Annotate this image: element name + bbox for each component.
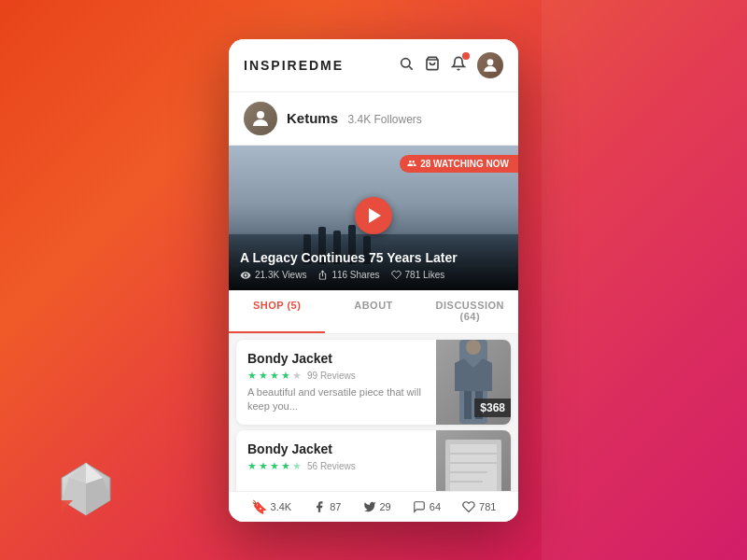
video-stats: 21.3K Views 116 Shares 781 Likes — [240, 270, 507, 281]
star-4: ★ — [281, 370, 290, 382]
likes-count: 781 Likes — [405, 270, 445, 280]
star2-2: ★ — [259, 460, 268, 472]
watching-badge: 28 WATCHING NOW — [400, 155, 518, 173]
star-5: ★ — [292, 370, 302, 382]
reviews-count-2: 56 Reviews — [307, 461, 356, 471]
play-button[interactable] — [355, 197, 392, 234]
follower-count: 3.4K Followers — [347, 113, 421, 126]
username: Ketums — [287, 110, 338, 126]
bottom-likes-count: 781 — [479, 501, 496, 512]
user-bar: Ketums 3.4K Followers — [229, 92, 518, 146]
product-card-2[interactable]: Bondy Jacket ★ ★ ★ ★ ★ 56 Reviews — [236, 430, 511, 490]
svg-point-6 — [402, 58, 410, 66]
star-1: ★ — [247, 370, 257, 382]
video-overlay: A Legacy Continues 75 Years Later 21.3K … — [229, 231, 518, 290]
product-list: Bondy Jacket ★ ★ ★ ★ ★ 99 Reviews A beau… — [229, 334, 518, 491]
svg-point-9 — [487, 59, 494, 65]
video-section: 28 WATCHING NOW A Legacy Continues 75 Ye… — [229, 146, 518, 290]
product-info-2: Bondy Jacket ★ ★ ★ ★ ★ 56 Reviews — [236, 430, 436, 490]
product-stars-1: ★ ★ ★ ★ ★ 99 Reviews — [247, 370, 425, 382]
watching-count: 28 WATCHING NOW — [420, 159, 509, 169]
header-icons — [399, 52, 503, 78]
bottom-likes-stat[interactable]: 781 — [462, 500, 496, 513]
product-card-1[interactable]: Bondy Jacket ★ ★ ★ ★ ★ 99 Reviews A beau… — [236, 340, 511, 426]
user-avatar[interactable] — [244, 102, 277, 135]
shares-count: 116 Shares — [331, 270, 379, 280]
app-logo: INSPIREDME — [244, 58, 344, 73]
views-count: 21.3K Views — [255, 270, 306, 280]
search-icon[interactable] — [399, 56, 414, 75]
star-3: ★ — [270, 370, 279, 382]
bookmarks-stat[interactable]: 🔖 3.4K — [251, 499, 292, 514]
twitter-stat[interactable]: 29 — [363, 500, 391, 513]
play-triangle-icon — [369, 208, 381, 223]
bookmarks-count: 3.4K — [271, 501, 292, 512]
facebook-icon — [313, 500, 326, 513]
flatlay-visual — [436, 430, 511, 490]
content-tabs: SHOP (5) ABOUT DISCUSSION (64) — [229, 290, 518, 334]
views-stat: 21.3K Views — [240, 270, 306, 281]
gem-decoration — [56, 459, 116, 523]
notification-dot — [462, 52, 470, 60]
cart-icon[interactable] — [425, 56, 440, 75]
bookmark-icon: 🔖 — [251, 499, 267, 514]
tab-shop[interactable]: SHOP (5) — [229, 290, 325, 333]
comments-stat[interactable]: 64 — [413, 500, 441, 513]
facebook-stat[interactable]: 87 — [313, 500, 341, 513]
product-price-1: $368 — [474, 399, 511, 417]
tab-about[interactable]: ABOUT — [325, 290, 421, 333]
product-image-1: $368 — [436, 340, 511, 426]
star2-5: ★ — [292, 460, 302, 472]
reviews-count-1: 99 Reviews — [307, 371, 356, 381]
svg-rect-16 — [450, 444, 497, 490]
svg-line-7 — [409, 66, 413, 70]
product-info-1: Bondy Jacket ★ ★ ★ ★ ★ 99 Reviews A beau… — [236, 340, 436, 426]
comments-count: 64 — [430, 501, 441, 512]
star-2: ★ — [259, 370, 268, 382]
heart-icon — [462, 500, 475, 513]
product-stars-2: ★ ★ ★ ★ ★ 56 Reviews — [247, 460, 425, 472]
product-name-2: Bondy Jacket — [247, 441, 425, 456]
shares-stat: 116 Shares — [317, 270, 379, 280]
user-info: Ketums 3.4K Followers — [287, 110, 422, 127]
twitter-count: 29 — [380, 501, 391, 512]
likes-stat: 781 Likes — [391, 270, 445, 280]
comment-icon — [413, 500, 426, 513]
star2-1: ★ — [247, 460, 257, 472]
video-title: A Legacy Continues 75 Years Later — [240, 250, 507, 265]
star2-3: ★ — [270, 460, 279, 472]
product-image-2 — [436, 430, 511, 490]
facebook-count: 87 — [330, 501, 341, 512]
twitter-icon — [363, 500, 376, 513]
svg-point-12 — [466, 340, 481, 355]
user-avatar-header[interactable] — [477, 52, 503, 78]
svg-point-10 — [257, 111, 264, 119]
notification-icon[interactable] — [451, 56, 466, 75]
phone-card: INSPIREDME — [229, 39, 518, 522]
bottom-bar: 🔖 3.4K 87 29 64 781 — [229, 491, 518, 522]
product-desc-1: A beautiful and versatile piece that wil… — [247, 385, 425, 414]
product-name-1: Bondy Jacket — [247, 351, 425, 366]
star2-4: ★ — [281, 460, 290, 472]
app-header: INSPIREDME — [229, 39, 518, 92]
tab-discussion[interactable]: DISCUSSION (64) — [422, 290, 518, 333]
svg-rect-13 — [464, 391, 472, 419]
